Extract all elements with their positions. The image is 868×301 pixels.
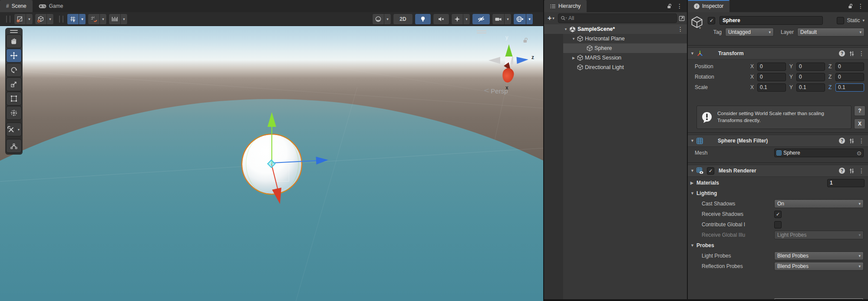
receive-shadows-checkbox[interactable]: ✓ [774, 211, 782, 218]
chevron-down-icon[interactable]: ▾ [16, 128, 21, 132]
static-checkbox[interactable] [837, 17, 844, 24]
presets-icon[interactable] [849, 51, 855, 56]
reflection-probes-dropdown[interactable]: Blend Probes ▾ [774, 262, 864, 271]
chevron-down-icon[interactable]: ▾ [699, 26, 701, 30]
tab-inspector[interactable]: i Inspector [688, 0, 729, 12]
foldout-icon[interactable]: ▼ [563, 27, 568, 31]
contribute-gi-checkbox[interactable] [774, 221, 782, 228]
light-probes-dropdown[interactable]: Blend Probes ▾ [774, 251, 864, 260]
scale-z-field[interactable]: 0.1 [835, 83, 864, 92]
mesh-object-field[interactable]: Sphere ⊙ [774, 149, 864, 157]
toggle-2d-button[interactable]: 2D [393, 13, 413, 25]
overlay-drag-handle[interactable] [6, 29, 22, 33]
rotation-z-field[interactable]: 0 [835, 73, 864, 81]
view-tool-button[interactable] [6, 34, 22, 48]
scene-camera-button[interactable]: ▾ [492, 13, 512, 25]
tool-handle-rotation-button[interactable]: ▾ [35, 13, 54, 25]
move-gizmo-y-arrowhead[interactable] [267, 112, 276, 127]
lock-icon[interactable] [667, 3, 672, 9]
orientation-z-cone[interactable] [516, 56, 528, 64]
tool-handle-position-button[interactable]: ▾ [14, 13, 33, 25]
toolbar-grip[interactable] [6, 16, 10, 23]
mesh-filter-header[interactable]: ▼ Sphere (Mesh Filter) ? ⋮ [688, 135, 868, 147]
orientation-back-cone[interactable] [488, 57, 500, 64]
foldout-icon[interactable]: ▶ [571, 56, 576, 60]
rect-tool-button[interactable] [6, 92, 22, 106]
position-x-field[interactable]: 0 [757, 63, 786, 71]
mesh-renderer-header[interactable]: ▼ ✓ Mesh Renderer ? ⋮ [688, 165, 868, 177]
cast-shadows-dropdown[interactable]: On ▾ [774, 199, 864, 208]
orientation-y-cone[interactable] [505, 44, 513, 57]
hierarchy-row-mars-session[interactable]: ▶ MARS Session [544, 53, 687, 63]
increment-snap-button[interactable]: ▾ [109, 13, 128, 25]
snap-to-grid-button[interactable]: ▾ [88, 13, 107, 25]
help-icon[interactable]: ? [839, 50, 845, 56]
foldout-icon[interactable]: ▼ [690, 51, 696, 56]
hierarchy-row-horizontal-plane[interactable]: ▼ Horizontal Plane [544, 34, 687, 43]
lighting-foldout[interactable]: ▼ Lighting [688, 188, 868, 198]
kebab-menu-icon[interactable]: ⋮ [677, 3, 683, 9]
create-object-button[interactable]: + ▾ [546, 15, 556, 22]
scene-audio-button[interactable] [433, 13, 449, 25]
kebab-menu-icon[interactable]: ⋮ [858, 3, 864, 9]
tag-dropdown[interactable]: Untagged ▾ [725, 28, 774, 36]
orientation-x-cone[interactable] [501, 67, 515, 83]
draw-mode-button[interactable]: ▾ [372, 13, 391, 25]
help-icon[interactable]: ? [839, 168, 845, 174]
chevron-down-icon[interactable]: ▾ [526, 14, 533, 24]
scene-effects-button[interactable]: ▾ [451, 13, 470, 25]
materials-foldout[interactable]: ▶ Materials 1 [688, 178, 868, 188]
gameobject-cube-icon[interactable] [691, 16, 703, 28]
chevron-down-icon[interactable]: ▾ [79, 14, 86, 24]
tab-scene[interactable]: # Scene [0, 0, 33, 12]
layer-dropdown[interactable]: Default ▾ [797, 28, 865, 36]
position-y-field[interactable]: 0 [796, 63, 825, 71]
hierarchy-search-input[interactable]: All [558, 13, 677, 23]
chevron-down-icon[interactable]: ▾ [862, 18, 865, 23]
kebab-menu-icon[interactable]: ⋮ [858, 168, 865, 174]
transform-tool-button[interactable] [6, 106, 22, 120]
presets-icon[interactable] [849, 138, 855, 144]
scale-x-field[interactable]: 0.1 [757, 83, 786, 92]
tab-hierarchy[interactable]: Hierarchy [544, 0, 587, 12]
active-checkbox[interactable]: ✓ [708, 17, 715, 24]
hierarchy-row-scene[interactable]: ▼ SampleScene* ⋮ [544, 24, 687, 34]
kebab-menu-icon[interactable]: ⋮ [858, 50, 865, 56]
chevron-down-icon[interactable]: ▾ [99, 14, 106, 24]
chevron-down-icon[interactable]: ▾ [504, 14, 511, 24]
scene-viewport[interactable]: ▾ y z x < Persp [0, 26, 544, 301]
warning-dismiss-button[interactable]: X [854, 119, 865, 129]
pane-splitter[interactable] [687, 0, 688, 301]
presets-icon[interactable] [849, 168, 855, 174]
materials-count-field[interactable]: 1 [827, 179, 865, 187]
orientation-overlay-handle[interactable] [477, 30, 486, 35]
component-enabled-checkbox[interactable]: ✓ [707, 167, 714, 175]
chevron-down-icon[interactable]: ▾ [463, 14, 470, 24]
move-tool-button[interactable] [6, 49, 22, 63]
receive-gi-dropdown[interactable]: Light Probes ▾ [774, 231, 864, 239]
position-z-field[interactable]: 0 [835, 63, 864, 71]
scene-lighting-button[interactable] [415, 13, 431, 25]
open-in-window-icon[interactable] [679, 15, 685, 22]
object-picker-icon[interactable]: ⊙ [857, 150, 861, 156]
chevron-down-icon[interactable]: ▾ [26, 14, 33, 24]
custom-tools-button[interactable]: ▾ [6, 122, 22, 136]
pane-splitter[interactable] [543, 0, 544, 301]
kebab-menu-icon[interactable]: ⋮ [677, 26, 683, 32]
foldout-icon[interactable]: ▼ [690, 169, 696, 173]
chevron-down-icon[interactable]: ▾ [46, 14, 53, 24]
transform-header[interactable]: ▼ Transform ? ⋮ [688, 47, 868, 60]
scene-visibility-button[interactable] [472, 13, 490, 25]
kebab-menu-icon[interactable]: ⋮ [858, 138, 865, 144]
object-name-field[interactable]: Sphere [719, 16, 823, 25]
foldout-icon[interactable]: ▼ [571, 37, 576, 41]
chevron-down-icon[interactable]: ▾ [384, 14, 391, 24]
toolbar-grip[interactable] [59, 16, 63, 23]
hierarchy-row-sphere[interactable]: Sphere [544, 43, 687, 53]
hierarchy-row-directional-light[interactable]: Directional Light [544, 63, 687, 72]
perspective-toggle[interactable]: < Persp [485, 87, 508, 95]
tab-game[interactable]: Game [33, 0, 69, 12]
gizmos-button[interactable]: ▾ [513, 13, 533, 25]
help-icon[interactable]: ? [839, 138, 845, 144]
editor-tool-button[interactable] [6, 139, 22, 153]
